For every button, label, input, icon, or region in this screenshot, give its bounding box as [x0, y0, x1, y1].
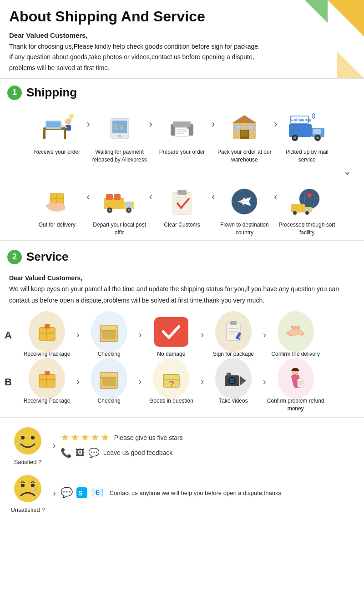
svg-point-108: [31, 436, 35, 439]
svg-point-33: [293, 136, 296, 139]
svg-text:$: $: [113, 122, 118, 131]
flow-label-10: Processed through sort facility: [278, 221, 337, 237]
sign-package-icon: [215, 316, 252, 348]
svg-rect-17: [175, 127, 189, 136]
satisfied-row: Satisfied ? › ★★★★★ Please give us five …: [7, 425, 357, 465]
ab-label-b1: Receiving Package: [24, 397, 71, 405]
svg-rect-80: [230, 321, 237, 325]
flow-item-3: Prepare your order: [152, 109, 212, 165]
satisfied-arrow: ›: [53, 440, 56, 450]
stars-line: ★★★★★ Please give us five stars: [61, 432, 357, 444]
svg-rect-25: [241, 131, 244, 136]
ab-item-a2: Checking: [80, 316, 139, 358]
checking-b-icon: [91, 363, 127, 394]
svg-text:¥: ¥: [119, 124, 123, 131]
flow-label-2: Waiting for payment released by Aliexpre…: [90, 148, 149, 165]
svg-point-35: [316, 136, 319, 139]
svg-rect-88: [45, 371, 50, 375]
svg-point-5: [65, 118, 71, 125]
arrow-2: ›: [149, 109, 152, 130]
flow-item-8: Clear Customs: [152, 182, 212, 237]
flow-label-9: Flown to destination country: [215, 221, 274, 237]
svg-text:?: ?: [169, 379, 174, 389]
ab-flow-b: Receiving Package › Checking: [17, 363, 359, 413]
svg-rect-78: [102, 331, 116, 339]
page-header: About Shipping And Service Dear Valued C…: [0, 0, 364, 79]
no-damage-icon: [153, 316, 189, 348]
svg-marker-23: [232, 115, 257, 123]
flow-label-6: Out for delivery: [39, 221, 76, 237]
satisfied-face-icon: [12, 425, 44, 457]
give-stars-text: Please give us five stars: [114, 434, 183, 441]
receive-order-icon: [36, 109, 77, 146]
ab-item-a1: Receiving Package: [17, 316, 76, 358]
receiving-package-b-icon: [29, 363, 65, 394]
refund-icon: [278, 363, 314, 394]
svg-rect-31: [313, 129, 321, 134]
service-section-header: 2 Service: [0, 243, 364, 269]
unsatisfied-content: 💬 S 📧 Contact us anytime we will help yo…: [61, 487, 357, 499]
svg-rect-67: [291, 204, 305, 212]
flow-item-1: Receive your order: [27, 109, 86, 165]
arrow-3: ›: [212, 109, 215, 130]
flow-label-7: Depart your local post offic: [90, 221, 149, 237]
svg-rect-42: [54, 204, 56, 210]
ab-item-a3: No damage: [142, 316, 201, 358]
ab-label-b2: Checking: [98, 397, 121, 405]
section-number-2: 2: [7, 250, 22, 264]
ab-label-a1: Receiving Package: [24, 350, 71, 358]
flow-item-5: Follow Me Picked up by mail service: [278, 109, 337, 165]
ab-item-b4: Take videos: [204, 363, 263, 405]
svg-rect-29: [289, 124, 312, 137]
flow-item-7: Depart your local post offic: [90, 182, 149, 237]
flow-label-5: Picked up by mail service: [278, 148, 337, 165]
header-line2: If any question about goods,take photos …: [9, 52, 355, 63]
arrow-7: ‹: [212, 182, 215, 203]
svg-point-51: [127, 209, 130, 211]
pack-order-icon: [224, 109, 265, 146]
ab-item-a4: Sign for package: [204, 316, 263, 358]
service-body: Dear Valued Customers, We will keep eyes…: [0, 269, 364, 312]
header-line1: Thank for choosing us,Please kindly help…: [9, 41, 355, 52]
waiting-payment-icon: $ ¥: [99, 109, 140, 146]
ab-arrow-a4: ›: [263, 316, 266, 340]
flow-label-1: Receive your order: [34, 148, 80, 165]
svg-rect-53: [114, 194, 121, 200]
feedback-line2: 📞 🖼 💬 Leave us good feedback: [61, 447, 357, 458]
shipping-section-header: 1 Shipping: [0, 79, 364, 105]
feedback-section: Satisfied ? › ★★★★★ Please give us five …: [0, 420, 364, 525]
wechat-icon: 💬: [61, 487, 73, 499]
svg-point-14: [118, 135, 121, 137]
row-a: A Receiving Package: [5, 316, 359, 358]
sort-facility-icon: [287, 182, 328, 218]
shipping-title: Shipping: [26, 86, 77, 100]
ab-arrow-b2: ›: [139, 363, 142, 387]
svg-rect-4: [46, 121, 61, 127]
ab-section: A Receiving Package: [0, 311, 364, 412]
arrow-4: ›: [274, 109, 277, 130]
local-post-icon: [99, 182, 140, 218]
service-greeting: Dear Valued Customers,: [9, 273, 355, 284]
flow-label-3: Prepare your order: [159, 148, 205, 165]
customs-icon: [162, 182, 202, 218]
phone-icon: 📞: [61, 447, 72, 458]
header-line3: problems will be solved at first time.: [9, 63, 355, 74]
ab-arrow-a3: ›: [201, 316, 204, 340]
flow-label-4: Pack your order at our warehouse: [215, 148, 274, 165]
svg-point-70: [293, 211, 297, 215]
arrow-1: ›: [86, 109, 90, 130]
ab-arrow-a2: ›: [139, 316, 142, 340]
svg-point-21: [187, 126, 190, 129]
unsatisfied-row: Unsatisfied ? › 💬 S 📧 Contact us anytime…: [7, 473, 357, 513]
unsatisfied-label: Unsatisfied ?: [10, 506, 45, 513]
section-number-1: 1: [7, 86, 22, 100]
ab-label-b3: Goods in question: [149, 397, 193, 405]
contact-text: Contact us anytime we will help you befo…: [110, 490, 281, 496]
ab-flow-a: Receiving Package ›: [17, 316, 359, 358]
shipping-row-1: Receive your order › $ ¥ Waiting for pay…: [0, 105, 364, 165]
ab-label-b4: Take videos: [219, 397, 248, 405]
down-arrow: ⌄: [0, 166, 364, 177]
svg-point-71: [305, 211, 309, 215]
label-b: B: [5, 363, 17, 388]
svg-point-111: [31, 484, 35, 487]
